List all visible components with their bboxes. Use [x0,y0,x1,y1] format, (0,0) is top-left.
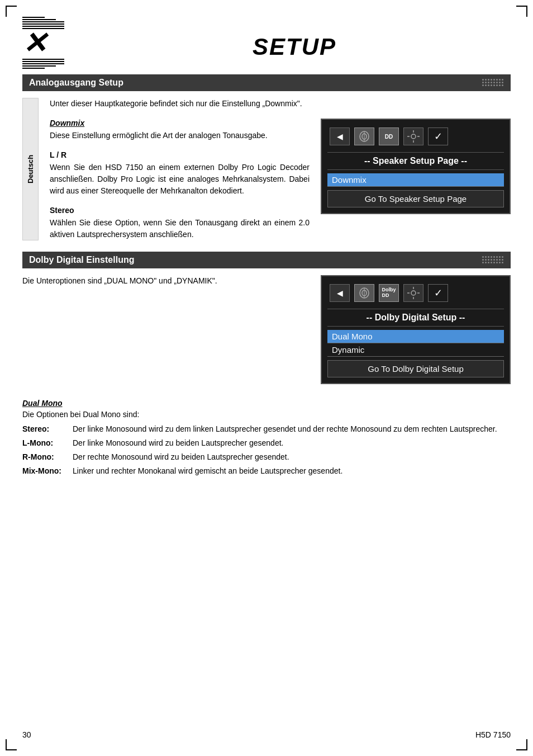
line [22,21,64,22]
svg-point-11 [411,291,416,295]
def-desc-stereo: Der linke Monosound wird zu dem linken L… [73,423,511,435]
section-analogausgang: Analogausgang Setup Deutsch Unter dieser… [22,74,511,240]
x-logo-icon: ✕ [22,29,47,58]
icon-dolby: DD [379,127,399,145]
footer-model-name: H5D 7150 [475,730,511,739]
section1-main: Unter dieser Hauptkategorie befindet sic… [50,98,511,240]
line [22,59,64,60]
icon-settings-2 [403,284,423,302]
screen2-menu-dual-mono: Dual Mono [327,330,504,343]
def-row-stereo: Stereo: Der linke Monosound wird zu dem … [22,423,511,435]
section-header-dolby-title: Dolby Digital Einstellung [29,255,134,265]
icon-check: ✓ [428,127,448,145]
section-dolby: Dolby Digital Einstellung ◀ [22,252,511,477]
screen2-menu-dynamic: Dynamic [327,343,504,357]
section-header-dolby: Dolby Digital Einstellung [22,252,511,268]
def-term-stereo: Stereo: [22,423,73,435]
line [22,17,45,18]
def-row-lmono: L-Mono: Der linke Monosound wird zu beid… [22,437,511,449]
corner-mark-bl [6,739,17,750]
line [22,61,64,62]
dual-mono-title: Dual Mono [22,399,511,408]
screen2-button: Go To Dolby Digital Setup [327,360,504,377]
section-header-analogausgang: Analogausgang Setup [22,74,511,91]
screen-mockup-1: ◀ DD [321,119,511,214]
section1-content: Deutsch Unter dieser Hauptkategorie befi… [22,98,511,240]
def-term-mixmono: Mix-Mono: [22,465,73,477]
icon-check-2: ✓ [428,284,448,302]
def-term-rmono: R-Mono: [22,451,73,463]
icon-dolby-2: DolbyDD [379,284,399,302]
screen1-title: -- Speaker Setup Page -- [327,152,504,170]
def-desc-rmono: Der rechte Monosound wird zu beiden Laut… [73,451,511,463]
screen-mockup-2: ◀ DolbyDD [321,275,511,384]
stereo-text: Wählen Sie diese Option, wenn Sie den To… [50,217,511,240]
section2-content: ◀ DolbyDD [22,275,511,390]
dual-mono-definitions: Stereo: Der linke Monosound wird zu dem … [22,423,511,477]
footer: 30 H5D 7150 [22,730,511,739]
line [22,19,56,20]
corner-mark-br [516,739,527,750]
line [22,68,45,69]
decorative-dots-2 [482,256,504,264]
line [22,23,64,25]
def-row-mixmono: Mix-Mono: Linker und rechter Monokanal w… [22,465,511,477]
icon-sound [354,127,374,145]
def-desc-lmono: Der linke Monosound wird zu beiden Lauts… [73,437,511,449]
dual-mono-intro: Die Optionen bei Dual Mono sind: [22,410,511,419]
header-area: ✕ SETUP [22,17,511,69]
screen2-title: -- Dolby Digital Setup -- [327,309,504,327]
svg-point-3 [411,134,416,139]
page-title: SETUP [78,17,511,60]
screen1-button: Go To Speaker Setup Page [327,190,504,207]
decorative-dots [482,79,504,87]
def-desc-mixmono: Linker und rechter Monokanal wird gemisc… [73,465,511,477]
def-row-rmono: R-Mono: Der rechte Monosound wird zu bei… [22,451,511,463]
screen-icons-2: ◀ DolbyDD [327,282,504,304]
section-header-title: Analogausgang Setup [29,78,123,88]
lines-bottom [22,59,64,69]
section1-intro: Unter dieser Hauptkategorie befindet sic… [50,98,511,110]
def-term-lmono: L-Mono: [22,437,73,449]
footer-page-number: 30 [22,730,31,739]
icon-sound-2 [354,284,374,302]
sidebar-deutsch: Deutsch [22,98,39,240]
line [22,65,56,67]
logo-area: ✕ [22,17,67,69]
line [22,63,64,64]
icon-settings [403,127,423,145]
corner-mark-tr [516,6,527,17]
icon-back-2: ◀ [330,284,350,302]
dual-mono-section: Dual Mono Die Optionen bei Dual Mono sin… [22,399,511,477]
icon-back: ◀ [330,127,350,145]
corner-mark-tl [6,6,17,17]
screen1-menu-item1: Downmix [327,173,504,187]
screen-icons-1: ◀ DD [327,125,504,148]
